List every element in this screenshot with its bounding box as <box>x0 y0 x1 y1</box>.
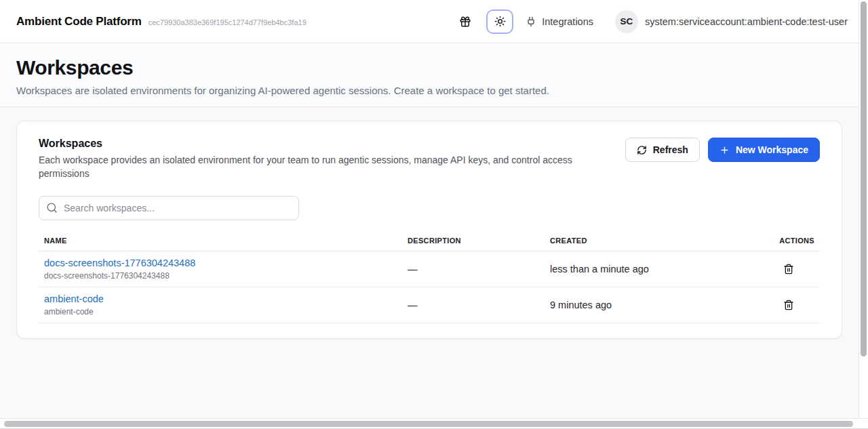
table-header-row: NAME DESCRIPTION CREATED ACTIONS <box>39 230 820 251</box>
integrations-label: Integrations <box>542 16 593 27</box>
horizontal-scrollbar-thumb[interactable] <box>4 421 853 427</box>
app-title: Ambient Code Platform <box>16 15 142 28</box>
card-description: Each workspace provides an isolated envi… <box>39 153 595 180</box>
main-content: Workspaces Each workspace provides an is… <box>0 107 859 352</box>
delete-workspace-button[interactable] <box>778 294 800 316</box>
app-root: Ambient Code Platform cec79930a383e369f1… <box>0 0 868 429</box>
avatar[interactable]: SC <box>615 10 638 33</box>
table-row: docs-screenshots-1776304243488 docs-scre… <box>39 251 820 287</box>
workspace-link[interactable]: ambient-code <box>44 293 104 304</box>
workspace-subtitle: ambient-code <box>44 307 402 316</box>
table-row: ambient-code ambient-code — 9 minutes ag… <box>39 287 820 323</box>
workspaces-table: NAME DESCRIPTION CREATED ACTIONS docs-sc… <box>39 230 820 323</box>
sun-icon <box>494 16 506 27</box>
gift-icon <box>459 16 471 28</box>
new-workspace-button[interactable]: New Workspace <box>708 138 820 162</box>
workspace-created-cell: 9 minutes ago <box>545 287 738 323</box>
column-header-created: CREATED <box>545 230 738 251</box>
search-input[interactable] <box>39 196 299 220</box>
workspace-description-cell: — <box>402 287 545 323</box>
workspaces-card: Workspaces Each workspace provides an is… <box>16 121 842 339</box>
brand: Ambient Code Platform cec79930a383e369f1… <box>16 15 307 28</box>
workspace-actions-cell <box>738 287 820 323</box>
column-header-description: DESCRIPTION <box>402 230 545 251</box>
refresh-icon <box>637 145 647 155</box>
new-workspace-label: New Workspace <box>736 144 808 155</box>
search-container <box>39 196 299 220</box>
page-heading-section: Workspaces Workspaces are isolated envir… <box>0 43 859 107</box>
card-title: Workspaces <box>39 138 595 150</box>
trash-icon <box>783 264 794 274</box>
workspace-description-cell: — <box>402 251 545 287</box>
build-hash: cec79930a383e369f195c1274d77f9eb4bc3fa19 <box>149 18 307 26</box>
workspace-name-cell: ambient-code ambient-code <box>39 287 402 323</box>
vertical-scrollbar-thumb[interactable] <box>861 1 867 356</box>
gift-button[interactable] <box>456 13 474 30</box>
page-subtitle: Workspaces are isolated environments for… <box>16 85 842 96</box>
top-header: Ambient Code Platform cec79930a383e369f1… <box>0 0 859 43</box>
vertical-scrollbar[interactable] <box>859 0 868 418</box>
card-header: Workspaces Each workspace provides an is… <box>39 138 820 180</box>
workspace-created-cell: less than a minute ago <box>545 251 738 287</box>
theme-toggle-button[interactable] <box>486 9 513 34</box>
header-actions: Integrations SC system:serviceaccount:am… <box>456 9 848 34</box>
column-header-name: NAME <box>39 230 402 251</box>
integrations-button[interactable]: Integrations <box>526 16 593 27</box>
workspace-actions-cell <box>738 251 820 287</box>
column-header-actions: ACTIONS <box>738 230 820 251</box>
workspace-subtitle: docs-screenshots-1776304243488 <box>44 271 402 281</box>
workspace-link[interactable]: docs-screenshots-1776304243488 <box>44 258 195 268</box>
trash-icon <box>783 300 794 310</box>
page-title: Workspaces <box>16 56 842 79</box>
card-header-text: Workspaces Each workspace provides an is… <box>39 138 595 180</box>
user-name: system:serviceaccount:ambient-code:test-… <box>645 16 848 27</box>
workspace-name-cell: docs-screenshots-1776304243488 docs-scre… <box>39 251 402 287</box>
delete-workspace-button[interactable] <box>778 258 800 280</box>
plus-icon <box>719 145 730 155</box>
refresh-button[interactable]: Refresh <box>625 138 700 162</box>
horizontal-scrollbar[interactable] <box>0 418 868 429</box>
user-menu[interactable]: SC system:serviceaccount:ambient-code:te… <box>615 10 848 33</box>
refresh-label: Refresh <box>653 144 688 155</box>
plug-icon <box>526 16 536 27</box>
card-actions: Refresh New Workspace <box>625 138 820 162</box>
